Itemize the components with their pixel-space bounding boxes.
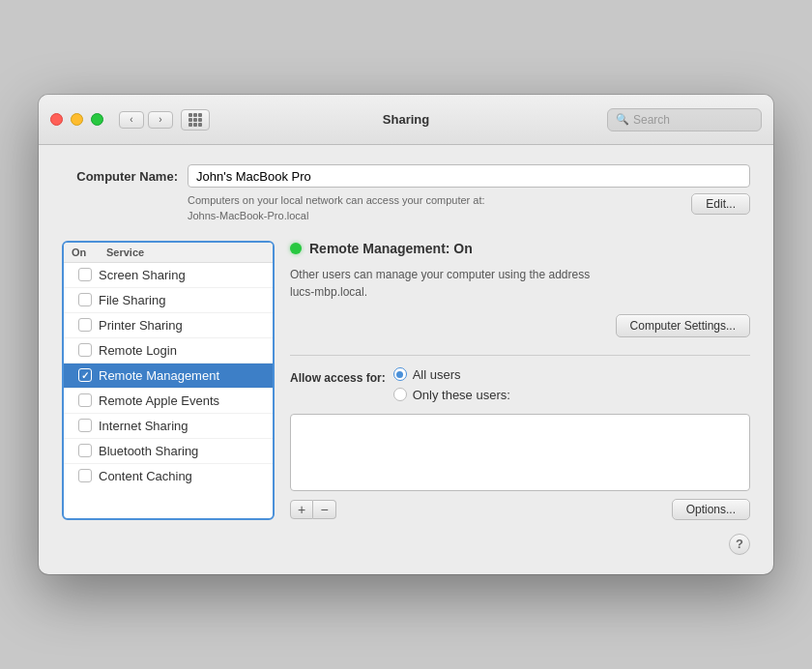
grid-icon — [188, 113, 202, 127]
checkbox-col — [72, 444, 99, 457]
nav-buttons: ‹ › — [119, 111, 173, 129]
computer-name-label: Computer Name: — [62, 169, 188, 184]
remove-user-button[interactable]: − — [313, 500, 336, 519]
service-item-file-sharing[interactable]: File Sharing — [64, 288, 273, 313]
checkbox-col — [72, 268, 99, 281]
main-content: On Service Screen Sharing File Sharing — [62, 241, 750, 520]
radio-options: All users Only these users: — [393, 367, 510, 402]
radio-all-users[interactable]: All users — [393, 367, 510, 382]
detail-status: Remote Management: On — [290, 241, 750, 256]
service-item-content-caching[interactable]: Content Caching — [64, 464, 273, 488]
divider — [290, 355, 750, 356]
service-item-bluetooth-sharing[interactable]: Bluetooth Sharing — [64, 439, 273, 464]
screen-sharing-checkbox[interactable] — [78, 268, 92, 281]
service-item-remote-apple-events[interactable]: Remote Apple Events — [64, 389, 273, 414]
content-caching-checkbox[interactable] — [78, 469, 92, 482]
add-user-button[interactable]: + — [290, 500, 313, 519]
options-button[interactable]: Options... — [672, 499, 750, 520]
services-header: On Service — [64, 243, 273, 263]
allow-access-label: Allow access for: — [290, 367, 386, 389]
edit-button[interactable]: Edit... — [691, 193, 750, 215]
window-title: Sharing — [383, 112, 429, 127]
radio-all-users-label: All users — [413, 367, 461, 382]
service-item-internet-sharing[interactable]: Internet Sharing — [64, 414, 273, 439]
computer-name-desc: Computers on your local network can acce… — [188, 193, 691, 223]
traffic-lights — [50, 113, 103, 126]
list-buttons: + − — [290, 500, 336, 519]
computer-name-row: Computer Name: — [62, 164, 750, 188]
edit-row: Computers on your local network can acce… — [62, 193, 750, 223]
service-label: Screen Sharing — [99, 268, 265, 282]
sharing-window: ‹ › Sharing 🔍 Computer Name: Computers o… — [39, 95, 773, 574]
status-desc: Other users can manage your computer usi… — [290, 266, 750, 301]
detail-panel: Remote Management: On Other users can ma… — [290, 241, 750, 520]
service-label: Bluetooth Sharing — [99, 444, 265, 458]
service-label: Remote Apple Events — [99, 393, 265, 408]
checkbox-col — [72, 293, 99, 306]
checkbox-col — [72, 419, 99, 432]
services-panel: On Service Screen Sharing File Sharing — [62, 241, 275, 520]
radio-only-these-label: Only these users: — [413, 388, 510, 402]
service-item-printer-sharing[interactable]: Printer Sharing — [64, 313, 273, 338]
service-label: Internet Sharing — [99, 419, 265, 433]
checkbox-col — [72, 469, 99, 482]
computer-settings-button[interactable]: Computer Settings... — [616, 314, 750, 337]
service-item-remote-login[interactable]: Remote Login — [64, 338, 273, 364]
remote-apple-events-checkbox[interactable] — [78, 393, 92, 407]
close-button[interactable] — [50, 113, 63, 126]
radio-only-these-circle[interactable] — [393, 388, 407, 401]
service-label: File Sharing — [99, 293, 265, 307]
grid-button[interactable] — [181, 109, 210, 131]
services-header-service: Service — [106, 247, 265, 258]
service-item-remote-management[interactable]: Remote Management — [64, 364, 273, 389]
computer-name-input[interactable] — [188, 164, 750, 188]
search-icon: 🔍 — [616, 113, 629, 126]
remote-management-checkbox[interactable] — [78, 368, 92, 382]
printer-sharing-checkbox[interactable] — [78, 318, 92, 332]
internet-sharing-checkbox[interactable] — [78, 419, 92, 432]
help-row: ? — [62, 534, 750, 555]
maximize-button[interactable] — [91, 113, 103, 126]
service-label: Content Caching — [99, 469, 265, 483]
search-box[interactable]: 🔍 — [607, 108, 762, 131]
checkbox-col — [72, 318, 99, 332]
search-input[interactable] — [633, 113, 753, 127]
remote-login-checkbox[interactable] — [78, 343, 92, 357]
list-controls: + − Options... — [290, 499, 750, 520]
file-sharing-checkbox[interactable] — [78, 293, 92, 306]
checkbox-col — [72, 393, 99, 407]
window-body: Computer Name: Computers on your local n… — [39, 145, 773, 574]
services-header-on: On — [72, 247, 106, 258]
service-label: Remote Login — [99, 343, 265, 358]
status-dot — [290, 243, 302, 254]
radio-only-these[interactable]: Only these users: — [393, 388, 510, 402]
forward-button[interactable]: › — [148, 111, 173, 129]
checkbox-col — [72, 368, 99, 382]
service-item-screen-sharing[interactable]: Screen Sharing — [64, 263, 273, 288]
titlebar: ‹ › Sharing 🔍 — [39, 95, 773, 145]
status-title: Remote Management: On — [309, 241, 473, 256]
radio-all-users-circle[interactable] — [393, 367, 407, 381]
back-button[interactable]: ‹ — [119, 111, 144, 129]
checkbox-col — [72, 343, 99, 357]
service-label: Remote Management — [99, 368, 265, 383]
service-label: Printer Sharing — [99, 318, 265, 333]
bluetooth-sharing-checkbox[interactable] — [78, 444, 92, 457]
users-list-box — [290, 414, 750, 491]
minimize-button[interactable] — [71, 113, 83, 126]
help-button[interactable]: ? — [729, 534, 750, 555]
allow-access-row: Allow access for: All users Only these u… — [290, 367, 750, 402]
